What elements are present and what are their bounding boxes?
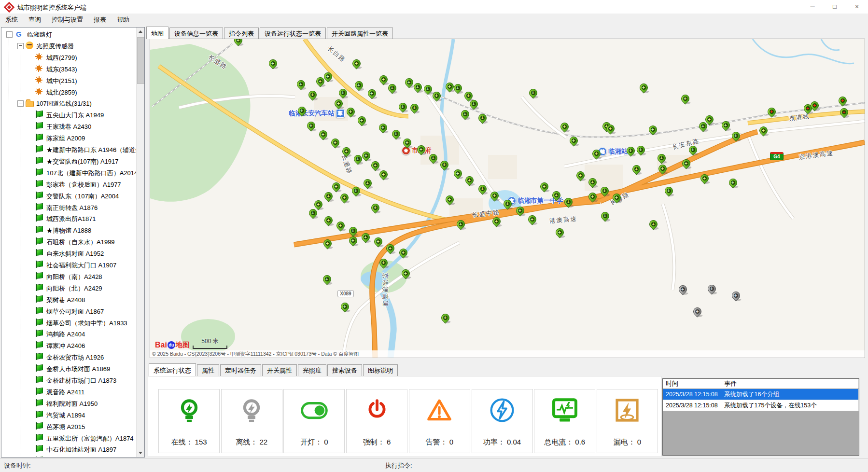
tree-row[interactable]: 中石化加油站对面 A1897 [1, 444, 137, 455]
map-pin[interactable]: + [576, 170, 585, 182]
map-pin[interactable]: + [417, 144, 425, 156]
map-pin[interactable]: + [648, 124, 657, 136]
map-pin[interactable]: + [354, 80, 363, 92]
tree-row[interactable]: ★建新中路路口东 A1946（辅道灯） [1, 144, 137, 155]
map-pin-forced[interactable]: + [767, 106, 776, 118]
map-pin[interactable]: + [552, 190, 560, 202]
map-pin[interactable]: + [478, 183, 487, 195]
map-pin[interactable]: + [340, 192, 349, 204]
minimize-button[interactable]: ─ [801, 0, 824, 14]
tree-row[interactable]: 金桥大市场对面 A1869 [1, 363, 137, 375]
tree-scrollbar[interactable] [136, 28, 144, 457]
map-pin[interactable]: + [456, 219, 465, 231]
bottom-tab-属性[interactable]: 属性 [197, 364, 219, 376]
map-canvas[interactable]: 长白路长盛路长盛路长安东路京港线京港澳高速港澳高速长盛中路长盛路京港澳高速G4X… [150, 39, 865, 358]
map-pin[interactable]: + [728, 177, 737, 189]
tree-row[interactable]: 107北（建新中路路口西）A2014 [1, 167, 137, 179]
tree-row[interactable]: 金桥农贸市场 A1926 [1, 351, 137, 363]
map-pin[interactable]: + [528, 214, 536, 226]
map-pin-forced[interactable]: + [838, 95, 847, 107]
map-pin[interactable]: + [374, 236, 382, 248]
tree-row[interactable]: 福利院对面 A1950 [1, 398, 137, 409]
map-pin[interactable]: + [453, 83, 462, 95]
map-pin[interactable]: + [465, 175, 474, 187]
map-pin[interactable]: + [461, 109, 469, 121]
map-pin[interactable]: + [423, 83, 432, 96]
map-pin[interactable]: + [731, 130, 740, 142]
map-pin[interactable]: + [564, 196, 573, 208]
map-pin[interactable]: + [445, 81, 454, 93]
map-pin[interactable]: + [700, 173, 709, 185]
map-pin[interactable]: + [322, 274, 331, 286]
map-pin[interactable]: + [649, 219, 658, 231]
menu-item-控制与设置[interactable]: 控制与设置 [46, 14, 88, 26]
map-pin[interactable]: + [681, 93, 689, 105]
map-pin[interactable]: + [371, 202, 379, 214]
map-pin[interactable]: + [612, 192, 621, 204]
map-pin[interactable]: + [429, 153, 437, 165]
map-pin[interactable]: + [234, 39, 242, 47]
map-pin[interactable]: + [334, 98, 343, 110]
map-pin[interactable]: + [386, 243, 394, 255]
bottom-tab-光照度[interactable]: 光照度 [298, 364, 326, 376]
map-pin[interactable]: + [688, 144, 697, 156]
tree-row[interactable]: 光照度传感器 [1, 40, 137, 52]
map-pin[interactable]: + [632, 164, 641, 176]
map-pin[interactable]: + [398, 101, 407, 113]
map-pin[interactable]: + [351, 185, 360, 197]
map-pin[interactable]: + [432, 90, 441, 102]
tree-row[interactable]: 观音路 A2411 [1, 386, 137, 398]
map-pin[interactable]: + [331, 137, 339, 149]
bottom-tab-定时器任务[interactable]: 定时器任务 [220, 364, 261, 376]
tree-row[interactable]: 谭家冲 A2406 [1, 340, 137, 351]
map-pin[interactable]: + [353, 153, 362, 166]
tree-expander-icon[interactable] [17, 100, 24, 107]
map-pin[interactable]: + [307, 120, 315, 132]
map-pin[interactable]: + [319, 129, 327, 141]
map-pin[interactable]: + [392, 128, 400, 140]
map-pin[interactable]: + [401, 268, 410, 280]
tree-row[interactable]: 城中(2151) [1, 75, 137, 86]
tree-row[interactable]: G临湘路灯 [1, 28, 137, 40]
map-pin[interactable]: + [323, 71, 332, 83]
tree-row[interactable]: 城西(2799) [1, 52, 137, 63]
map-pin[interactable]: + [626, 145, 635, 157]
map-pin[interactable]: + [371, 160, 379, 172]
map-pin[interactable]: + [516, 205, 524, 217]
map-pin[interactable]: + [346, 106, 355, 118]
tree-row[interactable] [1, 455, 137, 457]
map-pin[interactable]: + [342, 146, 350, 158]
map-pin[interactable]: + [440, 159, 448, 171]
map-pin[interactable]: + [357, 115, 366, 127]
tree-row[interactable]: 五里派出所（富源汽配）A1874 [1, 432, 137, 444]
tree-row[interactable]: 陈家组 A2009 [1, 132, 137, 144]
tree-row[interactable]: 汽贸城 A1894 [1, 409, 137, 421]
map-pin[interactable]: + [399, 247, 407, 259]
map-pin[interactable]: + [636, 144, 645, 156]
tree-row[interactable]: 城西派出所A1871 [1, 213, 137, 224]
map-pin-forced[interactable]: + [840, 107, 848, 119]
bottom-tab-系统运行状态[interactable]: 系统运行状态 [149, 363, 196, 376]
tree-row[interactable]: 城东(3543) [1, 63, 137, 75]
map-pin[interactable]: + [664, 185, 673, 197]
tree-row[interactable]: 交警队东（107南）A2004 [1, 190, 137, 202]
map-pin[interactable]: + [410, 102, 419, 114]
tree-row[interactable]: 梨树巷 A2408 [1, 294, 137, 305]
map-pin[interactable]: + [379, 169, 388, 181]
map-pin[interactable]: + [405, 77, 413, 89]
map-pin-offline[interactable]: + [707, 283, 716, 295]
map-pin[interactable]: + [569, 135, 578, 147]
map-pin[interactable]: + [469, 98, 478, 111]
tree-row[interactable]: 城北(2859) [1, 86, 137, 98]
map-pin[interactable]: + [363, 178, 372, 190]
tree-expander-icon[interactable] [6, 31, 13, 38]
map-pin[interactable]: + [332, 181, 340, 193]
tree-expander-icon[interactable] [17, 43, 24, 49]
map-pin[interactable]: + [759, 125, 768, 137]
map-pin[interactable]: + [601, 210, 609, 222]
tree-row[interactable]: 王家珑巷 A2430 [1, 121, 137, 132]
tree-row[interactable]: 五尖山大门东 A1949 [1, 109, 137, 121]
map-pin[interactable]: + [658, 163, 667, 175]
tree-row[interactable]: 鸿鹤路 A2404 [1, 328, 137, 340]
map-pin[interactable]: + [349, 235, 357, 247]
